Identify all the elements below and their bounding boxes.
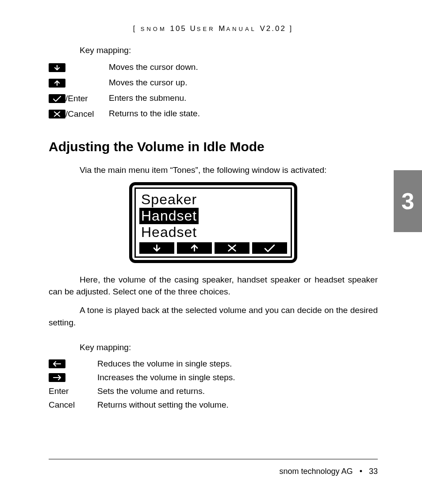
softkey-cross-icon — [215, 242, 249, 254]
rh-brand: SNOM — [141, 26, 167, 32]
paragraph: A tone is played back at the selected vo… — [49, 304, 378, 328]
lcd-line: Headset — [139, 224, 287, 241]
page-footer: snom technology AG • 33 — [280, 467, 378, 476]
table-row: Moves the cursor down. — [49, 60, 203, 75]
table-row: Increases the volume in single steps. — [49, 370, 240, 384]
arrow-left-icon — [49, 359, 65, 368]
chapter-tab: 3 — [394, 170, 422, 232]
table-row: Moves the cursor up. — [49, 75, 203, 91]
footer-company: snom technology AG — [280, 467, 353, 476]
footer-rule — [49, 459, 378, 459]
section-heading: Adjusting the Volume in Idle Mode — [49, 139, 378, 154]
lcd-frame: Speaker Handset Headset — [129, 182, 297, 263]
keymap-desc: Enters the submenu. — [109, 91, 203, 106]
keymap-desc: Returns to the idle state. — [109, 106, 203, 122]
keymap-desc: Sets the volume and returns. — [97, 384, 240, 398]
cross-icon — [49, 110, 65, 118]
lcd-line-selected: Handset — [139, 208, 199, 224]
keymap-desc: Reduces the volume in single steps. — [97, 357, 240, 370]
softkey-down-icon — [139, 242, 174, 254]
softkey-check-icon — [252, 242, 287, 254]
table-row: /Enter Enters the submenu. — [49, 91, 203, 106]
arrow-up-icon — [49, 79, 65, 88]
table-row: Cancel Returns without setting the volum… — [49, 398, 240, 412]
keymap-desc: Increases the volume in single steps. — [97, 370, 240, 384]
table-row: Reduces the volume in single steps. — [49, 357, 240, 370]
paragraph: Via the main menu item “Tones”, the foll… — [49, 164, 378, 176]
softkey-up-icon — [177, 242, 212, 254]
lcd-line: Speaker — [139, 191, 287, 208]
lcd-figure: Speaker Handset Headset — [49, 182, 378, 263]
footer-bullet: • — [360, 467, 362, 476]
arrow-down-icon — [49, 63, 65, 72]
keymap-desc: Moves the cursor up. — [109, 75, 203, 91]
lcd-screen: Speaker Handset Headset — [134, 187, 292, 257]
paragraph: Here, the volume of the casing speaker, … — [49, 274, 378, 298]
keymap-desc: Moves the cursor down. — [109, 60, 203, 75]
running-header: [ SNOM 105 USER MANUAL V2.02 ] — [49, 24, 378, 33]
table-row: /Cancel Returns to the idle state. — [49, 106, 203, 122]
keymap2-label: Key mapping: — [80, 343, 378, 352]
arrow-right-icon — [49, 373, 65, 382]
keymap2-table: Reduces the volume in single steps. Incr… — [49, 357, 240, 412]
keymap1-table: Moves the cursor down. Moves the cursor … — [49, 60, 203, 122]
lcd-softkey-row — [139, 242, 287, 254]
keymap1-label: Key mapping: — [80, 46, 378, 55]
table-row: Enter Sets the volume and returns. — [49, 384, 240, 398]
keymap-desc: Returns without setting the volume. — [97, 398, 240, 412]
check-icon — [49, 94, 65, 103]
footer-page-number: 33 — [369, 467, 378, 476]
manual-page: [ SNOM 105 USER MANUAL V2.02 ] Key mappi… — [0, 0, 422, 504]
